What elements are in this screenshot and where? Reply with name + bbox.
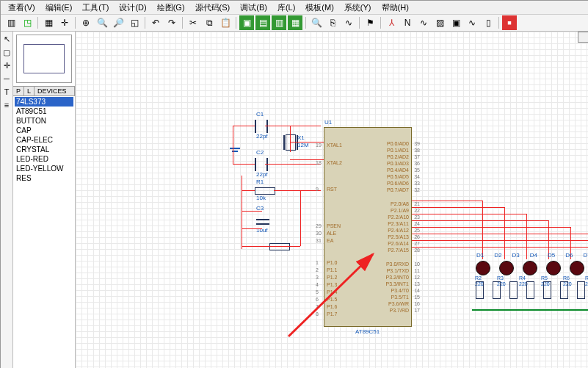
menu-edit[interactable]: 编辑(E) — [41, 1, 77, 14]
r1-symbol[interactable] — [255, 187, 275, 195]
tb-zoomout-icon[interactable]: 🔎 — [111, 15, 126, 30]
device-item[interactable]: BUTTON — [15, 116, 73, 126]
c2-symbol[interactable] — [255, 158, 268, 171]
res-r7[interactable] — [560, 281, 568, 299]
tb-block1-icon[interactable]: ▣ — [239, 15, 254, 30]
tb-block2-icon[interactable]: ▤ — [255, 15, 270, 30]
x1-symbol[interactable] — [286, 134, 296, 151]
tb-cut-icon[interactable]: ✂ — [186, 15, 200, 30]
res-r3[interactable] — [493, 281, 501, 299]
tb-stop-icon[interactable]: ■ — [502, 15, 517, 30]
menu-tpl[interactable]: 模板(M) — [301, 1, 338, 14]
device-item[interactable]: CRYSTAL — [15, 145, 73, 154]
device-item[interactable]: LED-YELLOW — [15, 164, 73, 173]
wire — [410, 240, 588, 241]
tb-block3-icon[interactable]: ▥ — [272, 15, 286, 30]
tb-wire-icon[interactable]: ∿ — [341, 15, 356, 30]
x1-val: 12M — [297, 142, 309, 148]
device-item[interactable]: LED-RED — [15, 154, 73, 164]
tb-copy-icon[interactable]: ⧉ — [202, 15, 217, 30]
pin-P1.2: P1.2 — [327, 275, 337, 281]
device-item[interactable]: AT89C51 — [15, 107, 73, 116]
led-row — [476, 261, 588, 275]
tb-net-icon[interactable]: N — [400, 15, 415, 30]
tb-toolA-icon[interactable]: ⅄ — [384, 15, 399, 30]
tb-chip-icon[interactable]: ▣ — [449, 15, 463, 30]
tab-l[interactable]: L — [24, 87, 35, 95]
tb-tag-icon[interactable]: ⎘ — [325, 15, 340, 30]
tab-devices[interactable]: DEVICES — [35, 87, 75, 95]
schematic-canvas[interactable]: C1 22pf C2 22pf X1 12M R1 10k C3 10uf — [76, 32, 588, 368]
menu-debug[interactable]: 调试(B) — [236, 1, 272, 14]
lt-cursor-icon[interactable]: ↖ — [2, 35, 11, 43]
tb-paste-icon[interactable]: 📋 — [218, 15, 233, 30]
res-r5[interactable] — [526, 281, 534, 299]
pinnum: 25 — [414, 228, 420, 233]
menu-draw[interactable]: 绘图(G) — [153, 1, 189, 14]
tb-redo-icon[interactable]: ↷ — [164, 15, 179, 30]
pinnum: 9 — [316, 187, 319, 192]
wire — [233, 164, 255, 165]
c1-symbol[interactable] — [255, 120, 268, 133]
c3-symbol[interactable] — [256, 221, 269, 223]
lt-bus-icon[interactable]: ≡ — [2, 101, 11, 109]
led-d1[interactable] — [476, 261, 490, 275]
res-r8[interactable] — [577, 281, 585, 299]
res-r6[interactable] — [543, 281, 551, 299]
pinnum: 19 — [316, 142, 322, 148]
tb-chart-icon[interactable]: ▨ — [432, 15, 447, 30]
lt-wire-icon[interactable]: ─ — [2, 74, 11, 83]
lt-comp-icon[interactable]: ▢ — [2, 48, 11, 57]
led-d3[interactable] — [523, 261, 537, 275]
lt-plus-icon[interactable]: ✛ — [2, 61, 11, 70]
r1-label: R1 — [256, 178, 264, 185]
pinnum: 39 — [414, 141, 420, 146]
tb-doc-icon[interactable]: ▯ — [481, 15, 496, 30]
tb-zoomin-icon[interactable]: 🔍 — [95, 15, 109, 30]
menu-bar: 查看(V) 编辑(E) 工具(T) 设计(D) 绘图(G) 源代码(S) 调试(… — [1, 1, 588, 15]
menu-design[interactable]: 设计(D) — [115, 1, 150, 14]
pin-P2.7/A15: P2.7/A15 — [388, 248, 409, 253]
btn-symbol[interactable] — [269, 243, 290, 250]
pin-P0.3/AD3: P0.3/AD3 — [387, 161, 409, 167]
pin-P0.0/AD0: P0.0/AD0 — [387, 141, 409, 147]
tb-block4-icon[interactable]: ▦ — [288, 15, 302, 30]
device-item[interactable]: CAP-ELEC — [15, 135, 73, 145]
device-list[interactable]: 74LS373 AT89C51 BUTTON CAP CAP-ELEC CRYS… — [13, 96, 75, 368]
tb-search-icon[interactable]: 🔍 — [309, 15, 324, 30]
device-item[interactable]: RES — [15, 173, 73, 183]
menu-lib[interactable]: 库(L) — [273, 1, 300, 14]
pin-ALE: ALE — [327, 231, 336, 237]
tb-flag-icon[interactable]: ⚑ — [363, 15, 377, 30]
ground-bus — [472, 309, 588, 311]
tb-undo-icon[interactable]: ↶ — [148, 15, 163, 30]
tb-grid-icon[interactable]: ▦ — [41, 15, 56, 30]
menu-sys[interactable]: 系统(Y) — [340, 1, 376, 14]
res-r4[interactable] — [509, 281, 518, 299]
chip-u1[interactable]: U1 AT89C51 XTAL1 19XTAL2 18RST 9PSEN 29A… — [324, 127, 412, 327]
menu-source[interactable]: 源代码(S) — [191, 1, 235, 14]
led-d4[interactable] — [546, 261, 561, 275]
pin-PSEN: PSEN — [327, 223, 341, 229]
device-item[interactable]: 74LS373 — [15, 97, 73, 107]
tb-green-icon[interactable]: ◳ — [20, 15, 35, 30]
pin-P3.4/T0: P3.4/T0 — [391, 288, 409, 294]
tb-sheet-icon[interactable]: ▥ — [4, 15, 18, 30]
menu-view[interactable]: 查看(V) — [4, 1, 40, 14]
wire — [410, 247, 588, 248]
tb-center-icon[interactable]: ⊕ — [79, 15, 93, 30]
tb-wave-icon[interactable]: ∿ — [465, 15, 479, 30]
overview-box[interactable] — [16, 35, 72, 83]
tb-crosshair-icon[interactable]: ✛ — [57, 15, 72, 30]
pin-P2.0/A8: P2.0/A8 — [391, 201, 409, 207]
res-r2[interactable] — [476, 281, 484, 299]
led-d2[interactable] — [499, 261, 514, 275]
menu-help[interactable]: 帮助(H) — [377, 1, 413, 14]
led-d5[interactable] — [570, 261, 584, 275]
tb-zoomfit-icon[interactable]: ◱ — [127, 15, 142, 30]
lt-text-icon[interactable]: T — [2, 87, 11, 96]
device-item[interactable]: CAP — [15, 126, 73, 135]
tb-scope-icon[interactable]: ∿ — [416, 15, 431, 30]
menu-tool[interactable]: 工具(T) — [78, 1, 113, 14]
tab-p[interactable]: P — [13, 87, 24, 95]
